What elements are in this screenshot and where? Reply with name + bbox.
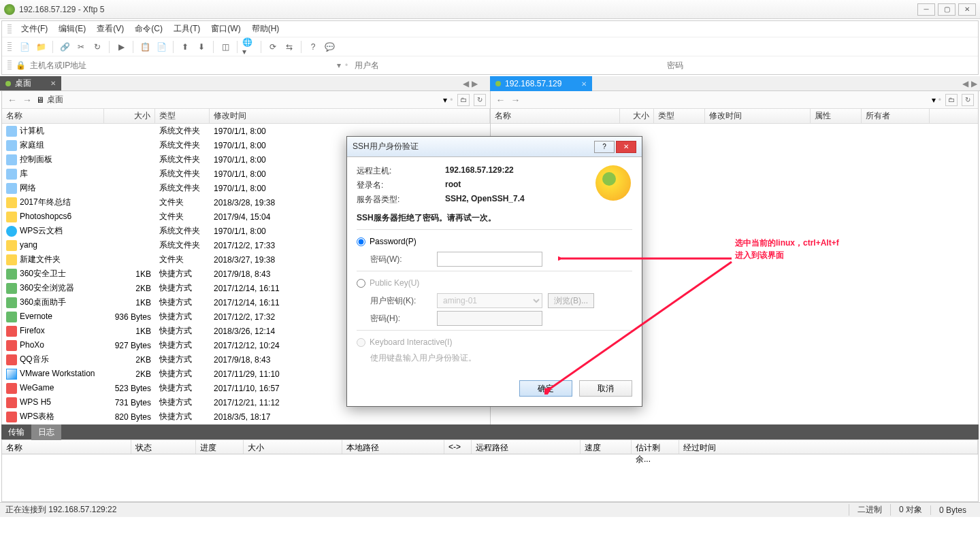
tab-remote[interactable]: 192.168.57.129 ✕ <box>490 76 592 91</box>
radio-publickey-input[interactable] <box>357 279 365 288</box>
prev-tab-icon[interactable]: ◀ <box>962 79 968 88</box>
tcol-name[interactable]: 名称 <box>2 440 131 454</box>
back-icon[interactable]: ← <box>495 95 507 105</box>
tcol-progress[interactable]: 进度 <box>196 440 244 454</box>
next-tab-icon[interactable]: ▶ <box>971 79 977 88</box>
new-button[interactable]: 📄 <box>17 39 32 54</box>
chat-button[interactable]: 💬 <box>322 39 337 54</box>
radio-password-input[interactable] <box>357 237 365 246</box>
radio-password[interactable]: Password(P) <box>357 237 632 246</box>
col-attr[interactable]: 属性 <box>811 109 862 123</box>
disconnect-button[interactable]: ✂ <box>74 39 88 54</box>
cancel-button[interactable]: 取消 <box>579 380 632 397</box>
password-input[interactable] <box>664 61 973 70</box>
file-icon <box>6 240 17 251</box>
address-bar: 🔒 ▾ • <box>2 56 978 74</box>
col-mtime[interactable]: 修改时间 <box>705 109 811 123</box>
refused-message: SSH服务器拒绝了密码。请再试一次。 <box>357 212 632 224</box>
menu-command[interactable]: 命令(C) <box>129 22 168 36</box>
tcol-elapsed[interactable]: 经过时间 <box>679 440 978 454</box>
col-name[interactable]: 名称 <box>491 109 620 123</box>
dropdown-icon[interactable]: ▾ <box>932 95 936 105</box>
col-mtime[interactable]: 修改时间 <box>210 109 490 123</box>
desktop-icon: 🖥 <box>36 95 44 105</box>
help-button[interactable]: ? <box>594 141 615 153</box>
userkey-label: 用户密钥(K): <box>370 295 431 307</box>
dialog-titlebar[interactable]: SSH用户身份验证 ? ✕ <box>347 137 642 157</box>
login-value: root <box>445 180 461 191</box>
forward-icon[interactable]: → <box>21 95 33 105</box>
menu-view[interactable]: 查看(V) <box>91 22 129 36</box>
refresh-button[interactable]: ↻ <box>962 94 974 106</box>
close-button[interactable]: ✕ <box>616 141 636 153</box>
dropdown-icon[interactable]: ▾ <box>337 61 341 70</box>
new-folder-button[interactable]: 🗀 <box>457 94 470 106</box>
split-button[interactable]: ◫ <box>218 39 233 54</box>
col-size[interactable]: 大小 <box>620 109 654 123</box>
minimize-button[interactable]: ─ <box>917 3 935 16</box>
ok-button[interactable]: 确定 <box>519 380 572 397</box>
close-icon[interactable]: ✕ <box>50 80 56 87</box>
reconnect-button[interactable]: ↻ <box>90 39 105 54</box>
session-tabs: 桌面 ✕ ◀▶ 192.168.57.129 ✕ ◀▶ <box>0 76 980 91</box>
col-owner[interactable]: 所有者 <box>862 109 930 123</box>
refresh-button[interactable]: ⟳ <box>265 39 280 54</box>
local-columns: 名称 大小 类型 修改时间 <box>2 109 490 124</box>
open-button[interactable]: 📁 <box>33 39 48 54</box>
tcol-speed[interactable]: 速度 <box>581 440 632 454</box>
globe-button[interactable]: 🌐▾ <box>242 39 257 54</box>
sync-button[interactable]: ⇆ <box>282 39 297 54</box>
connect-button[interactable]: 🔗 <box>57 39 72 54</box>
radio-keyboard-input <box>357 338 365 347</box>
col-type[interactable]: 类型 <box>155 109 210 123</box>
menu-tools[interactable]: 工具(T) <box>168 22 206 36</box>
col-type[interactable]: 类型 <box>654 109 705 123</box>
dropdown-icon[interactable]: ▾ <box>443 95 447 105</box>
tcol-local[interactable]: 本地路径 <box>342 440 444 454</box>
download-button[interactable]: ⬇ <box>194 39 209 54</box>
local-path[interactable]: 桌面 <box>47 94 440 105</box>
tcol-size[interactable]: 大小 <box>244 440 342 454</box>
new-folder-button[interactable]: 🗀 <box>945 94 958 106</box>
back-icon[interactable]: ← <box>6 95 18 105</box>
host-input[interactable] <box>30 61 333 70</box>
maximize-button[interactable]: ▢ <box>938 3 956 16</box>
refresh-button[interactable]: ↻ <box>474 94 486 106</box>
prev-tab-icon[interactable]: ◀ <box>463 79 469 88</box>
menu-window[interactable]: 窗口(W) <box>206 22 246 36</box>
file-icon <box>6 269 17 280</box>
list-item[interactable]: WPS文字832 Bytes快捷方式2018/3/5, 18:17 <box>2 424 490 424</box>
tab-local[interactable]: 桌面 ✕ <box>0 76 61 90</box>
next-tab-icon[interactable]: ▶ <box>472 79 478 88</box>
tcol-eta[interactable]: 估计剩余... <box>632 440 679 454</box>
play-button[interactable]: ▶ <box>114 39 129 54</box>
password-field[interactable] <box>437 252 542 267</box>
tab-label: 192.168.57.129 <box>505 79 561 88</box>
help-button[interactable]: ? <box>306 39 321 54</box>
close-icon[interactable]: ✕ <box>581 80 587 88</box>
list-item[interactable]: WPS表格820 Bytes快捷方式2018/3/5, 18:17 <box>2 410 490 424</box>
menu-edit[interactable]: 编辑(E) <box>53 22 91 36</box>
username-input[interactable] <box>352 61 660 70</box>
local-nav: ← → 🖥 桌面 ▾ • 🗀 ↻ <box>2 91 490 109</box>
file-icon <box>6 140 17 151</box>
tcol-arrow[interactable]: <-> <box>444 440 472 454</box>
upload-button[interactable]: ⬆ <box>178 39 193 54</box>
col-size[interactable]: 大小 <box>104 109 155 123</box>
status-connecting: 正在连接到 192.168.57.129:22 <box>5 504 116 516</box>
transfer-list[interactable] <box>1 454 979 502</box>
menu-help[interactable]: 帮助(H) <box>246 22 285 36</box>
radio-publickey[interactable]: Public Key(U) <box>357 278 632 288</box>
menu-file[interactable]: 文件(F) <box>16 22 53 36</box>
copy-button[interactable]: 📋 <box>137 39 152 54</box>
close-button[interactable]: ✕ <box>958 3 976 16</box>
file-icon <box>6 369 17 380</box>
col-name[interactable]: 名称 <box>2 109 104 123</box>
forward-icon[interactable]: → <box>510 95 522 105</box>
file-icon <box>6 312 17 322</box>
tcol-status[interactable]: 状态 <box>131 440 196 454</box>
tcol-remote[interactable]: 远程路径 <box>472 440 581 454</box>
tab-transfer[interactable]: 传输 <box>1 424 31 440</box>
tab-log[interactable]: 日志 <box>31 424 61 440</box>
paste-button[interactable]: 📄 <box>154 39 169 54</box>
